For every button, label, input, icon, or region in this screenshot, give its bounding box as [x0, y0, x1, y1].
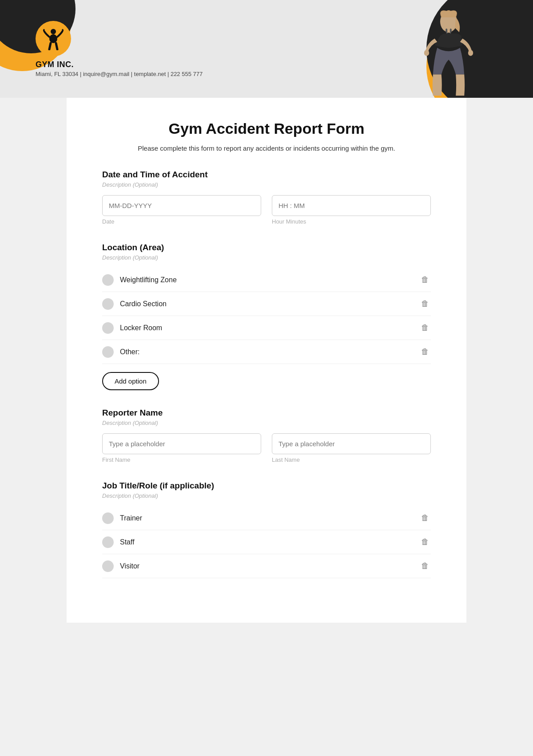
- option-label-cardio: Cardio Section: [120, 300, 167, 308]
- delete-icon-other[interactable]: 🗑: [419, 345, 431, 358]
- time-field-group: Hour Minutes: [272, 195, 431, 225]
- gym-name: GYM INC.: [36, 60, 74, 69]
- reporter-name-desc: Description (Optional): [102, 420, 431, 426]
- radio-button-cardio[interactable]: [102, 298, 114, 310]
- list-item: Cardio Section 🗑: [102, 292, 431, 316]
- location-section: Location (Area) Description (Optional) W…: [102, 243, 431, 390]
- date-input[interactable]: [102, 195, 261, 216]
- location-title: Location (Area): [102, 243, 431, 252]
- reporter-name-fields: First Name Last Name: [102, 433, 431, 463]
- option-label-trainer: Trainer: [120, 514, 142, 522]
- delete-icon-trainer[interactable]: 🗑: [419, 512, 431, 524]
- radio-button-locker[interactable]: [102, 322, 114, 334]
- date-time-title: Date and Time of Accident: [102, 170, 431, 180]
- date-time-section: Date and Time of Accident Description (O…: [102, 170, 431, 225]
- form-subtitle: Please complete this form to report any …: [102, 144, 431, 152]
- job-title-section: Job Title/Role (if applicable) Descripti…: [102, 481, 431, 578]
- svg-point-1: [49, 34, 57, 43]
- delete-icon-visitor[interactable]: 🗑: [419, 560, 431, 572]
- option-label-weightlifting: Weightlifting Zone: [120, 276, 177, 284]
- delete-icon-locker[interactable]: 🗑: [419, 321, 431, 334]
- radio-button-weightlifting[interactable]: [102, 274, 114, 286]
- option-label-visitor: Visitor: [120, 562, 139, 570]
- job-title-title: Job Title/Role (if applicable): [102, 481, 431, 491]
- job-title-options: Trainer 🗑 Staff 🗑 Visitor 🗑: [102, 506, 431, 578]
- delete-icon-staff[interactable]: 🗑: [419, 536, 431, 548]
- radio-button-other[interactable]: [102, 346, 114, 358]
- first-name-input[interactable]: [102, 433, 261, 454]
- reporter-name-title: Reporter Name: [102, 408, 431, 418]
- logo-circle: [36, 21, 71, 56]
- date-time-desc: Description (Optional): [102, 181, 431, 188]
- list-item: Trainer 🗑: [102, 506, 431, 530]
- first-name-field-group: First Name: [102, 433, 261, 463]
- list-item: Weightlifting Zone 🗑: [102, 268, 431, 292]
- main-content: Gym Accident Report Form Please complete…: [67, 98, 466, 623]
- last-name-input[interactable]: [272, 433, 431, 454]
- radio-button-visitor[interactable]: [102, 560, 114, 572]
- date-field-group: Date: [102, 195, 261, 225]
- radio-button-trainer[interactable]: [102, 512, 114, 524]
- job-title-desc: Description (Optional): [102, 492, 431, 499]
- radio-button-staff[interactable]: [102, 536, 114, 548]
- reporter-name-section: Reporter Name Description (Optional) Fir…: [102, 408, 431, 463]
- list-item: Staff 🗑: [102, 530, 431, 554]
- time-label: Hour Minutes: [272, 218, 431, 225]
- last-name-field-group: Last Name: [272, 433, 431, 463]
- location-options: Weightlifting Zone 🗑 Cardio Section 🗑 Lo…: [102, 268, 431, 364]
- add-option-button-location[interactable]: Add option: [102, 372, 159, 390]
- delete-icon-cardio[interactable]: 🗑: [419, 297, 431, 310]
- option-label-staff: Staff: [120, 538, 135, 546]
- athlete-image: [400, 4, 497, 98]
- option-label-other: Other:: [120, 348, 139, 356]
- gym-info: Miami, FL 33034 | inquire@gym.mail | tem…: [36, 71, 203, 77]
- list-item: Visitor 🗑: [102, 554, 431, 578]
- date-label: Date: [102, 218, 261, 225]
- gym-logo-icon: [42, 27, 65, 50]
- svg-point-4: [424, 50, 429, 56]
- delete-icon-weightlifting[interactable]: 🗑: [419, 273, 431, 286]
- list-item: Other: 🗑: [102, 340, 431, 364]
- time-input[interactable]: [272, 195, 431, 216]
- form-title: Gym Accident Report Form: [102, 120, 431, 137]
- date-time-fields: Date Hour Minutes: [102, 195, 431, 225]
- header: GYM INC. Miami, FL 33034 | inquire@gym.m…: [0, 0, 533, 98]
- list-item: Locker Room 🗑: [102, 316, 431, 340]
- svg-point-5: [468, 50, 473, 56]
- option-label-locker: Locker Room: [120, 324, 162, 332]
- svg-point-0: [51, 29, 56, 34]
- first-name-label: First Name: [102, 456, 261, 463]
- athlete-silhouette-icon: [411, 9, 486, 98]
- location-desc: Description (Optional): [102, 254, 431, 261]
- last-name-label: Last Name: [272, 456, 431, 463]
- logo-area: GYM INC. Miami, FL 33034 | inquire@gym.m…: [36, 21, 203, 77]
